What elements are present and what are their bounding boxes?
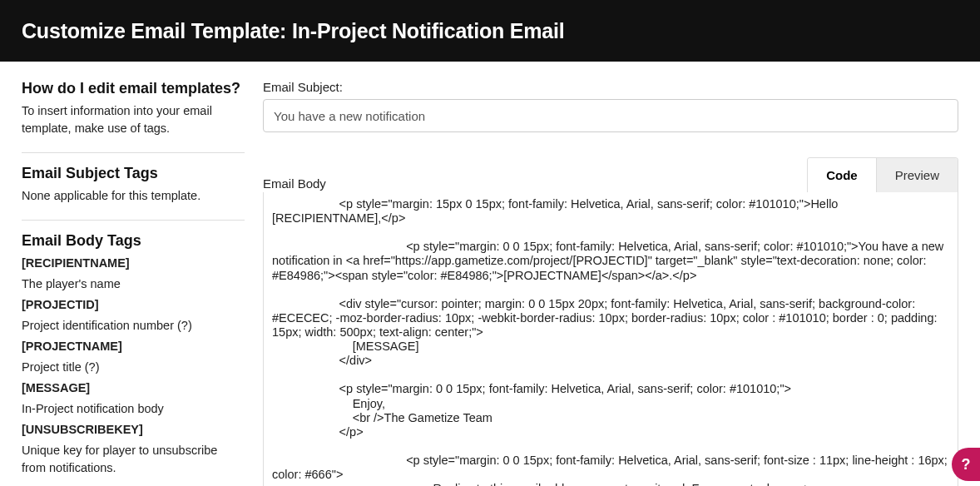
subject-input[interactable]: [263, 99, 958, 132]
sidebar: How do I edit email templates? To insert…: [22, 80, 255, 486]
editor-tabs: Code Preview: [807, 157, 958, 192]
body-tag-desc: The player's name: [22, 275, 245, 293]
howto-text: To insert information into your email te…: [22, 102, 245, 137]
divider: [22, 152, 245, 153]
body-tag: [UNSUBSCRIBEKEY]: [22, 421, 245, 439]
tab-preview[interactable]: Preview: [876, 158, 958, 192]
body-tag-desc: Project identification number (?): [22, 317, 245, 335]
subject-tags-heading: Email Subject Tags: [22, 165, 245, 182]
body-tag: [PROJECTNAME]: [22, 338, 245, 355]
body-tag-desc: Project title (?): [22, 359, 245, 376]
body-tag: [RECIPIENTNAME]: [22, 255, 245, 272]
subject-tags-section: Email Subject Tags None applicable for t…: [22, 165, 245, 205]
subject-label: Email Subject:: [263, 80, 958, 94]
page-header: Customize Email Template: In-Project Not…: [0, 0, 980, 62]
editor-container: [263, 192, 958, 486]
subject-tags-text: None applicable for this template.: [22, 187, 245, 205]
help-fab[interactable]: ?: [952, 448, 980, 481]
body-tag-desc: Unique key for player to unsubscribe fro…: [22, 442, 245, 477]
divider: [22, 220, 245, 221]
body-label: Email Body: [263, 176, 326, 191]
help-icon: ?: [962, 456, 971, 474]
body-tag: [MESSAGE]: [22, 379, 245, 397]
body-tag-desc: In-Project notification body: [22, 400, 245, 418]
main-panel: Email Subject: Email Body Code Preview: [255, 80, 958, 486]
page-title: Customize Email Template: In-Project Not…: [22, 19, 565, 43]
content-area: How do I edit email templates? To insert…: [0, 62, 980, 486]
body-tags-section: Email Body Tags [RECIPIENTNAME]The playe…: [22, 232, 245, 477]
body-tag: [PROJECTID]: [22, 296, 245, 314]
howto-section: How do I edit email templates? To insert…: [22, 80, 245, 137]
body-tags-heading: Email Body Tags: [22, 232, 245, 250]
howto-heading: How do I edit email templates?: [22, 80, 245, 97]
tab-code[interactable]: Code: [808, 158, 876, 192]
body-editor[interactable]: [264, 192, 958, 486]
